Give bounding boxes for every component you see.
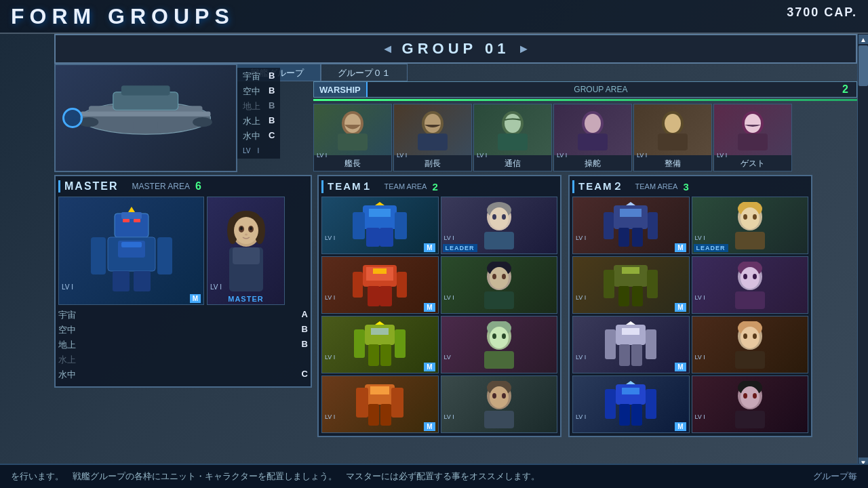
team1-slot2-lv: LV I: [444, 235, 454, 241]
warship-slot-5[interactable]: LV I 整備: [633, 104, 712, 171]
svg-rect-145: [622, 388, 639, 394]
scroll-up-arrow[interactable]: ▲: [859, 35, 868, 44]
svg-rect-21: [658, 134, 688, 150]
team1-count: 2: [432, 181, 437, 192]
svg-point-124: [753, 274, 757, 279]
team2-slot7-badge: M: [675, 422, 686, 431]
team2-slot3-badge: M: [675, 303, 686, 312]
char-label-5: 整備: [634, 158, 711, 169]
svg-rect-90: [356, 388, 368, 418]
team2-slot-5[interactable]: LV I M: [572, 316, 690, 373]
svg-rect-33: [91, 237, 106, 274]
sub-tab-group01[interactable]: グループ０１: [321, 64, 408, 81]
svg-rect-93: [380, 404, 391, 426]
char-portrait-6: [714, 104, 791, 155]
svg-rect-94: [370, 386, 389, 394]
team1-slot-4[interactable]: LV I: [441, 256, 558, 314]
group-bar: ◄ GROUP 01 ►: [54, 34, 857, 64]
stat-row-ground: 地上 B: [243, 100, 275, 113]
warship-header: WARSHIP GROUP AREA 2: [313, 81, 857, 98]
group-next-arrow[interactable]: ►: [509, 42, 538, 56]
warship-slot-4[interactable]: LV I 操舵: [553, 104, 632, 171]
svg-point-136: [743, 333, 747, 339]
char-portrait-4: [554, 104, 631, 155]
bottom-bar: を行います。 戦艦グループの各枠にユニット・キャラクターを配置しましょう。 マス…: [0, 464, 868, 488]
svg-point-73: [492, 274, 496, 279]
svg-rect-125: [735, 291, 765, 309]
master-stat-air: 空中 B: [58, 324, 308, 336]
svg-rect-113: [735, 232, 765, 249]
team2-slot-6[interactable]: LV I: [692, 316, 809, 373]
team2-slot-8[interactable]: LV I: [692, 375, 809, 433]
team1-slot-6[interactable]: LV: [441, 316, 558, 373]
team2-slot5-badge: M: [675, 363, 686, 371]
warship-slot-3[interactable]: LV I 通信: [473, 104, 552, 171]
svg-rect-105: [618, 228, 629, 247]
svg-point-85: [490, 327, 509, 348]
svg-marker-127: [626, 321, 635, 325]
svg-point-47: [245, 234, 248, 236]
team1-slot-1[interactable]: LV I M: [321, 197, 439, 254]
svg-rect-49: [233, 247, 260, 264]
master-stat-water-surface: 水上: [58, 354, 308, 366]
team2-char3-svg: [709, 321, 791, 369]
warship-char-slots: LV I 艦長 LV I 副長: [313, 104, 857, 171]
scrollbar-thumb[interactable]: [859, 45, 868, 86]
stat-row-air: 空中 B: [243, 85, 275, 98]
svg-point-22: [665, 114, 681, 133]
team2-slot-4[interactable]: LV I: [692, 256, 809, 314]
scrollbar[interactable]: ▲ ▼: [857, 34, 868, 468]
team1-slot7-lv: LV I: [325, 413, 335, 420]
svg-rect-80: [368, 344, 379, 366]
team1-char4-svg: [458, 381, 540, 428]
svg-point-19: [585, 114, 601, 133]
team1-slot-3[interactable]: LV I M: [321, 256, 439, 314]
master-section: MASTER MASTER AREA 6: [54, 175, 312, 388]
team2-slot2-lv: LV I: [695, 235, 705, 241]
warship-slot-1[interactable]: LV I 艦長: [313, 104, 392, 171]
team1-slot-2[interactable]: LV I LEADER: [441, 197, 558, 254]
team2-slot-7[interactable]: LV I M: [572, 375, 690, 433]
orbital-icon: [62, 108, 83, 128]
team1-slot-8[interactable]: LV I: [441, 375, 558, 433]
svg-point-111: [743, 214, 747, 220]
svg-point-122: [741, 267, 760, 289]
team1-slot-5[interactable]: LV I M: [321, 316, 439, 373]
warship-count: 2: [834, 82, 856, 97]
svg-rect-67: [368, 286, 380, 306]
team1-slot5-lv: LV I: [325, 354, 335, 361]
svg-rect-52: [353, 212, 365, 239]
svg-rect-34: [157, 237, 172, 274]
char-label-3: 通信: [474, 158, 551, 169]
team1-char2-svg: [458, 262, 540, 309]
warship-slot-2[interactable]: LV I 副長: [393, 104, 472, 171]
svg-rect-18: [578, 134, 608, 150]
svg-point-59: [490, 207, 509, 229]
master-count: 6: [195, 180, 201, 192]
team2-slot-1[interactable]: LV I M: [572, 197, 690, 254]
team1-slot-7[interactable]: LV I M: [321, 375, 439, 433]
master-mech-lv: LV I: [62, 283, 73, 291]
svg-rect-30: [134, 219, 140, 222]
warship-slot-6[interactable]: LV I ゲスト: [713, 104, 792, 171]
team2-slot4-lv: LV I: [695, 294, 705, 301]
svg-rect-131: [631, 344, 642, 366]
svg-point-74: [502, 274, 506, 279]
team2-title: TEAM２: [572, 180, 625, 193]
team1-slot5-badge: M: [424, 363, 435, 371]
svg-point-87: [502, 333, 506, 339]
team1-title: TEAM１: [321, 180, 374, 193]
master-mech-svg: [77, 207, 186, 295]
svg-rect-143: [619, 404, 630, 426]
team1-char1-svg: [458, 202, 540, 249]
team2-slot-3[interactable]: LV I M: [572, 256, 690, 314]
group-prev-arrow[interactable]: ◄: [374, 42, 402, 56]
team2-slot-2[interactable]: LV I LEADER: [692, 197, 809, 254]
svg-rect-36: [134, 271, 151, 291]
master-mech-slot[interactable]: LV I M: [58, 197, 204, 305]
svg-rect-15: [498, 134, 528, 150]
char-portrait-3: [474, 104, 551, 155]
svg-rect-118: [632, 286, 643, 306]
master-char-slot[interactable]: LV I MASTER: [207, 197, 285, 305]
svg-point-110: [741, 207, 760, 229]
